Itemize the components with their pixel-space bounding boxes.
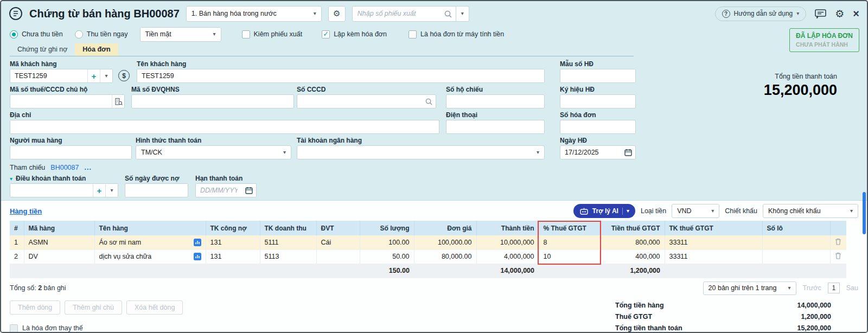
cell-vat-amount[interactable]: 400,000 [599, 249, 665, 264]
invoice-template-label: Mẫu số HĐ [560, 60, 636, 68]
debt-days-input[interactable] [125, 183, 188, 197]
due-date-field[interactable] [195, 183, 257, 197]
discount-select[interactable]: Không chiết khấu ▾ [763, 204, 858, 218]
cell-revenue-acct[interactable]: 5111 [260, 235, 316, 249]
tab-debit-voucher[interactable]: Chứng từ ghi nợ [10, 43, 75, 56]
feedback-icon[interactable] [815, 9, 826, 18]
cell-vat-percent[interactable]: 8 [539, 235, 599, 249]
cell-quantity[interactable]: 50.00 [360, 249, 414, 264]
search-box[interactable] [352, 6, 456, 22]
passport-input[interactable] [446, 94, 545, 108]
invoice-symbol-input[interactable] [560, 94, 636, 108]
cell-lot[interactable] [762, 249, 830, 264]
cell-receivable-acct[interactable]: 131 [206, 235, 260, 249]
item-detail-icon[interactable] [194, 239, 201, 246]
cell-quantity[interactable]: 100.00 [360, 235, 414, 249]
cell-lot[interactable] [762, 235, 830, 249]
cell-unit[interactable]: Cái [316, 235, 360, 249]
settings-icon[interactable]: ⚙ [835, 8, 844, 20]
cell-revenue-acct[interactable]: 5113 [260, 249, 316, 264]
voucher-type-select[interactable]: 1. Bán hàng hóa trong nước ▾ [186, 6, 322, 22]
customer-code-input[interactable] [10, 69, 87, 82]
budget-code-input[interactable] [131, 94, 294, 108]
cell-amount[interactable]: 4,000,000 [476, 249, 539, 264]
radio-collect-now[interactable]: Thu tiền ngay [75, 30, 128, 39]
checkbox-export-slip[interactable]: Kiêm phiếu xuất [242, 30, 303, 39]
customer-balance-icon[interactable]: $ [118, 70, 130, 81]
add-customer-button[interactable]: + [87, 69, 100, 82]
customer-name-input[interactable] [137, 69, 545, 83]
add-row-button[interactable]: Thêm dòng [10, 300, 60, 315]
tax-code-input[interactable] [10, 95, 112, 108]
cell-unit[interactable] [316, 249, 360, 264]
top-right-actions: ? Hướng dẫn sử dụng ▾ ⚙ × [715, 7, 859, 21]
cell-amount[interactable]: 10,000,000 [476, 235, 539, 249]
tax-lookup-button[interactable] [112, 95, 124, 108]
due-date-input[interactable] [196, 184, 242, 197]
search-dropdown-button[interactable]: ▾ [456, 6, 469, 22]
delete-row-icon[interactable] [835, 252, 841, 259]
invoice-template-input[interactable] [560, 69, 636, 83]
reference-more-button[interactable]: ... [84, 164, 91, 171]
checkbox-export-slip-label: Kiêm phiếu xuất [254, 30, 303, 38]
clear-rows-button[interactable]: Xóa hết dòng [126, 300, 183, 315]
add-payment-term-button[interactable]: + [93, 184, 105, 197]
address-label: Địa chỉ [10, 111, 439, 119]
invoice-date-input[interactable] [560, 146, 621, 159]
cell-item-name[interactable]: Áo sơ mi nam [94, 235, 206, 249]
tab-invoice[interactable]: Hóa đơn [75, 43, 118, 56]
payment-type-select[interactable]: Tiền mặt ▾ [140, 27, 221, 42]
address-input[interactable] [10, 120, 439, 134]
payment-terms-input[interactable] [10, 184, 93, 197]
prev-page-button[interactable]: Trước [803, 284, 821, 292]
next-page-button[interactable]: Sau [846, 284, 858, 292]
calendar-icon[interactable] [242, 184, 256, 197]
page-size-select[interactable]: 20 bản ghi trên 1 trang ▾ [703, 281, 796, 295]
buyer-input[interactable] [10, 145, 132, 159]
item-detail-icon[interactable] [194, 253, 201, 260]
line-items-table: # Mã hàng Tên hàng TK công nợ TK doanh t… [10, 221, 846, 278]
cccd-input[interactable] [297, 94, 436, 108]
add-note-button[interactable]: Thêm ghi chú [65, 300, 122, 315]
table-row[interactable]: 1 ASMN Áo sơ mi nam 131 5111 [10, 235, 846, 249]
current-page[interactable]: 1 [828, 283, 840, 293]
cell-item-code[interactable]: ASMN [24, 235, 94, 249]
cell-vat-percent[interactable]: 10 [539, 249, 599, 264]
close-icon[interactable]: × [853, 8, 859, 20]
invoice-number-input[interactable] [560, 120, 636, 134]
payment-method-select[interactable]: TM/CK ▾ [136, 145, 291, 159]
payment-terms-dropdown-button[interactable]: ▾ [105, 184, 118, 197]
cell-item-name[interactable]: dịch vụ sửa chữa [94, 249, 206, 264]
currency-select[interactable]: VND ▾ [672, 204, 719, 218]
reference-link[interactable]: BH00087 [50, 164, 79, 171]
phone-input[interactable] [446, 120, 545, 134]
help-button[interactable]: ? Hướng dẫn sử dụng ▾ [715, 7, 807, 21]
customer-dropdown-button[interactable]: ▾ [100, 69, 112, 82]
collapse-icon[interactable]: ▾ [10, 176, 12, 182]
bank-account-select[interactable]: ▾ [297, 145, 545, 159]
delete-row-icon[interactable] [835, 238, 841, 245]
table-row[interactable]: 2 DV dịch vụ sửa chữa 131 5113 [10, 249, 846, 264]
voucher-settings-button[interactable]: ⚙ [328, 6, 346, 22]
cell-unit-price[interactable]: 80,000.00 [414, 249, 476, 264]
cell-unit-price[interactable]: 100,000.00 [414, 235, 476, 249]
scrollbar-thumb[interactable] [863, 192, 866, 234]
radio-not-collected[interactable]: Chưa thu tiền [10, 30, 63, 39]
cell-vat-amount[interactable]: 800,000 [599, 235, 665, 249]
tab-hang-tien[interactable]: Hàng tiền [10, 207, 42, 215]
checkbox-replacement-invoice[interactable]: Là hóa đơn thay thế [10, 324, 183, 332]
voucher-tabs: Chứng từ ghi nợ Hóa đơn [10, 42, 634, 56]
record-count-number: 2 [38, 284, 42, 292]
checkbox-pos-invoice[interactable]: Là hóa đơn từ máy tính tiền [409, 30, 504, 39]
cell-vat-acct[interactable]: 33311 [665, 249, 762, 264]
col-item-code: Mã hàng [24, 221, 94, 235]
cell-vat-acct[interactable]: 33311 [665, 235, 762, 249]
cell-item-code[interactable]: DV [24, 249, 94, 264]
checkbox-with-invoice[interactable]: Lập kèm hóa đơn [322, 30, 387, 39]
invoice-date-field[interactable] [560, 145, 636, 159]
calendar-icon[interactable] [621, 146, 635, 159]
search-input[interactable] [353, 7, 456, 21]
record-count-suffix: bản ghi [44, 284, 66, 292]
cell-receivable-acct[interactable]: 131 [206, 249, 260, 264]
ai-assistant-button[interactable]: Trợ lý AI ▾ [573, 204, 635, 218]
